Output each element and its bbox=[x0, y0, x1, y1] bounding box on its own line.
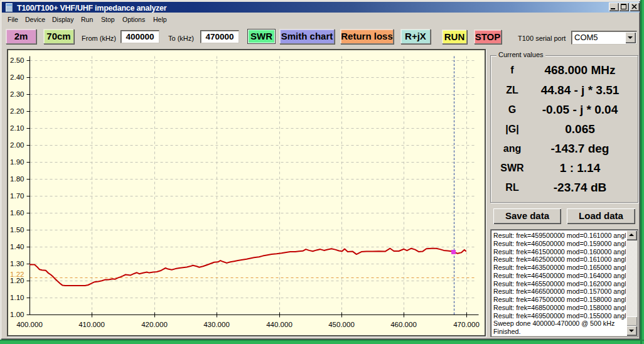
svg-text:440.000: 440.000 bbox=[266, 321, 292, 328]
svg-text:2.10: 2.10 bbox=[10, 124, 24, 132]
svg-text:1.40: 1.40 bbox=[10, 243, 24, 250]
svg-text:470.000: 470.000 bbox=[453, 321, 480, 328]
svg-text:2.40: 2.40 bbox=[10, 73, 24, 81]
svg-text:1.60: 1.60 bbox=[10, 209, 24, 217]
svg-text:2.20: 2.20 bbox=[10, 107, 24, 115]
svg-text:450.000: 450.000 bbox=[328, 321, 355, 328]
svg-text:460.000: 460.000 bbox=[390, 321, 417, 328]
svg-text:1.50: 1.50 bbox=[10, 226, 24, 234]
svg-text:430.000: 430.000 bbox=[203, 321, 230, 328]
svg-text:1.30: 1.30 bbox=[10, 260, 24, 267]
svg-text:1.70: 1.70 bbox=[10, 192, 24, 200]
svg-text:2.00: 2.00 bbox=[10, 141, 24, 149]
svg-text:1.00: 1.00 bbox=[10, 311, 24, 318]
svg-text:1.10: 1.10 bbox=[10, 294, 24, 301]
svg-text:1.90: 1.90 bbox=[10, 158, 24, 166]
svg-text:2.30: 2.30 bbox=[10, 90, 24, 98]
svg-text:1.22: 1.22 bbox=[10, 271, 24, 278]
svg-text:2.50: 2.50 bbox=[10, 56, 24, 64]
svg-text:1.80: 1.80 bbox=[10, 175, 24, 183]
svg-text:420.000: 420.000 bbox=[141, 321, 168, 328]
svg-text:410.000: 410.000 bbox=[78, 321, 105, 328]
svg-text:400.000: 400.000 bbox=[16, 321, 43, 328]
